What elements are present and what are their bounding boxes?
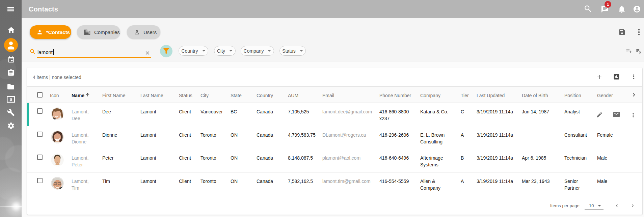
svg-text:$: $ bbox=[9, 97, 12, 102]
